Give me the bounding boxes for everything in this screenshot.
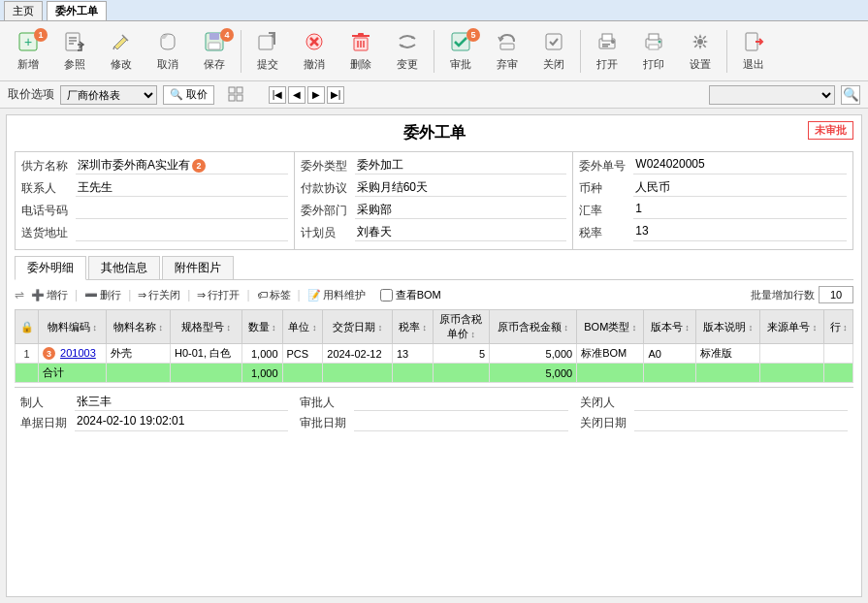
item-row-1[interactable] [824,344,853,364]
nav-prev-button[interactable]: ◀ [288,86,305,104]
new-label: 新增 [17,57,39,72]
print-label: 打印 [643,57,664,72]
form-grid: 供方名称 深圳市委外商A实业有2 联系人 王先生 电话号码 送货地址 委外类 [15,151,853,250]
nav-search-button[interactable]: 🔍 [841,85,860,105]
price-select[interactable]: 厂商价格表 [60,85,157,105]
nav-next-button[interactable]: ▶ [307,86,325,104]
order-num-row: 委外单号 W024020005 [579,156,847,175]
active-tab[interactable]: 委外工单 [47,1,107,20]
add-row-button[interactable]: ➕ 增行 [28,287,71,303]
item-tax-1[interactable]: 13 [393,344,434,364]
footer: 制人 张三丰 单据日期 2024-02-10 19:02:01 审批人 审批日期… [15,387,853,436]
currency-value[interactable]: 人民币 [633,179,847,197]
nav-first-button[interactable]: |◀ [269,86,286,104]
tag-icon: 🏷 [257,289,268,301]
batch-input[interactable] [819,286,853,303]
submit-label: 提交 [257,57,278,72]
save-button[interactable]: 保存 4 [192,25,237,78]
item-bomtype-1[interactable]: 标准BOM [577,344,644,364]
print-button[interactable]: 打印 [631,25,676,78]
material-maint-label: 用料维护 [323,288,366,302]
tab-detail[interactable]: 委外明细 [15,256,86,280]
total-bomtype [577,364,644,383]
svg-point-32 [659,40,661,43]
title-bar: 主页 委外工单 [0,0,868,21]
tab-attachment[interactable]: 附件图片 [162,256,234,279]
withdraw-button[interactable]: 弃审 [485,25,530,78]
svg-rect-22 [500,44,514,49]
order-num-value[interactable]: W024020005 [633,157,847,175]
planner-value[interactable]: 刘春天 [355,224,567,241]
change-button[interactable]: 变更 [385,25,430,78]
supplier-name-row: 供方名称 深圳市委外商A实业有2 [21,156,288,175]
svg-rect-2 [66,33,80,50]
item-name-1[interactable]: 外壳 [107,344,171,364]
approve-button[interactable]: 审批 5 [438,25,483,78]
submit-button[interactable]: 提交 [245,25,290,78]
exit-button[interactable]: 退出 [731,25,776,78]
item-qty-1[interactable]: 1,000 [241,344,282,364]
approver-value [354,394,567,411]
outsource-type-value[interactable]: 委外加工 [355,157,567,175]
supplier-name-value[interactable]: 深圳市委外商A实业有2 [76,157,288,175]
close-doc-button[interactable]: 关闭 [531,25,576,78]
nav-last-button[interactable]: ▶| [327,86,344,104]
item-version-1[interactable]: A0 [644,344,696,364]
open-row-button[interactable]: ⇒ 行打开 [194,287,242,303]
settings-button[interactable]: 设置 [678,25,723,78]
delete-label: 删除 [350,57,371,72]
footer-middle: 审批人 审批日期 [294,392,573,436]
home-tab[interactable]: 主页 [4,1,43,20]
sep-8: | [246,288,249,302]
total-date [323,364,393,383]
approver-label: 审批人 [300,395,354,411]
new-button[interactable]: + 新增 1 [6,25,50,78]
creator-label: 制人 [20,395,75,411]
delete-button[interactable]: 删除 [338,25,383,78]
tax-rate-value[interactable]: 13 [633,224,847,241]
cancel-button[interactable]: 取消 [145,25,190,78]
th-amount: 原币含税金额 [490,310,577,344]
item-date-1[interactable]: 2024-02-12 [323,344,393,364]
item-unit-1[interactable]: PCS [282,344,323,364]
nav-search-select[interactable] [709,85,835,105]
svg-rect-9 [209,33,219,40]
price-button[interactable]: 🔍 取价 [163,85,214,105]
print-preview-button[interactable]: 打开 [585,25,629,78]
item-source-1[interactable] [760,344,824,364]
table-scroll-area[interactable]: 🔒 物料编码 物料名称 规格型号 数量 单位 交货日期 税率 原币含税单价 原币… [15,309,853,383]
outsource-type-row: 委外类型 委外加工 [301,156,567,175]
item-code-1[interactable]: 3 201003 [39,344,107,364]
address-value[interactable] [76,224,288,241]
planner-label: 计划员 [301,225,355,241]
check-bom-input[interactable] [380,289,393,302]
tag-button[interactable]: 🏷 标签 [254,287,294,303]
edit-button[interactable]: 修改 [99,25,144,78]
footer-right: 关闭人 关闭日期 [574,392,853,436]
th-date: 交货日期 [323,310,393,344]
item-code-value[interactable]: 201003 [60,347,96,359]
dept-value[interactable]: 采购部 [355,202,567,219]
material-maint-button[interactable]: 📝 用料维护 [305,287,369,303]
th-qty: 数量 [241,310,282,344]
pay-label: 付款协议 [301,180,355,197]
revoke-button[interactable]: 撤消 [292,25,337,78]
item-price-1[interactable]: 5 [433,344,489,364]
submit-icon [257,31,278,55]
pay-value[interactable]: 采购月结60天 [355,179,567,197]
delete-row-button[interactable]: ➖ 删行 [81,287,124,303]
item-verdesc-1[interactable]: 标准版 [696,344,760,364]
phone-value[interactable] [76,202,288,219]
ref-button[interactable]: 参照 [52,25,97,78]
sep-3 [580,30,581,73]
contact-value[interactable]: 王先生 [76,179,288,197]
tab-other[interactable]: 其他信息 [88,256,160,279]
pay-row: 付款协议 采购月结60天 [301,178,567,198]
item-amount-1[interactable]: 5,000 [490,344,577,364]
rate-value[interactable]: 1 [633,202,847,219]
dept-label: 委外部门 [301,203,355,219]
check-bom-checkbox[interactable]: 查看BOM [380,288,441,302]
item-spec-1[interactable]: H0-01, 白色 [171,344,242,364]
close-row-button[interactable]: ⇒ 行关闭 [135,287,183,303]
svg-rect-25 [602,34,612,41]
